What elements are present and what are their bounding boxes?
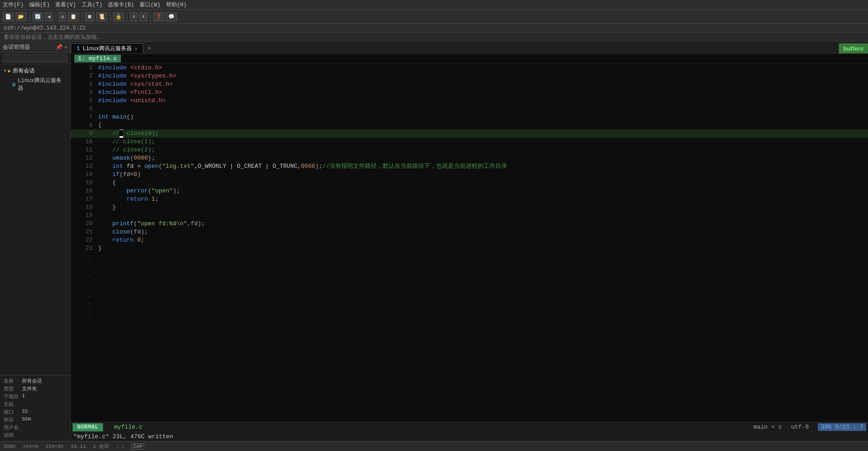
tab-add-button[interactable]: + — [144, 43, 155, 53]
line-number: 21 — [71, 228, 96, 236]
toolbar-new-btn[interactable]: 📄 — [3, 12, 14, 21]
line-number: 14 — [71, 171, 96, 179]
sidebar-title: 会话管理器 — [3, 43, 30, 51]
prop-row-desc: 说明 — [0, 431, 70, 439]
toolbar-chat-btn[interactable]: 💬 — [166, 12, 177, 21]
status-position: 39% 9/23 : 7 — [818, 423, 866, 431]
token: open — [145, 163, 159, 170]
sidebar-item-all-sessions[interactable]: ▼ ▶ 所有会话 — [0, 66, 70, 76]
ssh-address: ssh://wyn@43.143.224.5:22 — [4, 25, 86, 31]
token: return — [112, 237, 134, 244]
token — [98, 187, 126, 194]
line-content: { — [96, 179, 868, 187]
bottom-down-arrow[interactable]: ↓ — [121, 444, 125, 449]
line-number: 6 — [71, 105, 96, 113]
line-content: } — [96, 244, 868, 253]
code-line-17: 17 return 1; — [71, 195, 868, 203]
toolbar-script-btn[interactable]: 📜 — [96, 12, 107, 21]
code-line-1: 1#include <stdio.h> — [71, 64, 868, 72]
toolbar-sep5 — [127, 13, 127, 21]
prop-value-subitem: 1 — [22, 393, 25, 400]
toolbar-sep2 — [56, 13, 56, 21]
menu-help[interactable]: 帮助(H) — [166, 1, 187, 9]
menu-file[interactable]: 文件(F) — [3, 1, 24, 9]
code-line-18: 18 } — [71, 203, 868, 212]
status-bar: NORMAL myfile.c main < c utf-8 39% 9/23 … — [71, 422, 868, 432]
toolbar-upload-btn[interactable]: ⬆ — [130, 12, 138, 21]
menu-view[interactable]: 查看(V) — [55, 1, 76, 9]
sidebar-search-input[interactable] — [3, 54, 68, 62]
sidebar-item-server[interactable]: 🖥 Linux腾讯云服务器 — [0, 76, 70, 93]
tilde-line: ~ — [71, 301, 868, 307]
prop-value-protocol: SSH — [22, 416, 31, 423]
line-number: 1 — [71, 64, 96, 72]
token: #include — [98, 97, 126, 104]
file-name-bar: 1: myfile.c — [71, 54, 868, 64]
code-editor[interactable]: 1#include <stdio.h>2#include <sys/types.… — [71, 64, 868, 422]
token: close — [112, 228, 130, 235]
token — [98, 196, 126, 202]
toolbar-sep1 — [29, 13, 30, 21]
sidebar-tree: ▼ ▶ 所有会话 🖥 Linux腾讯云服务器 — [0, 64, 70, 375]
token: 0000 — [134, 155, 148, 161]
token: // close(2); — [112, 146, 155, 153]
menu-tools[interactable]: 工具(T) — [82, 1, 103, 9]
toolbar-sep4 — [110, 13, 110, 21]
server-icon: 🖥 — [11, 82, 16, 88]
toolbar-reload-btn[interactable]: 🔄 — [32, 12, 43, 21]
folder-icon: ▶ — [8, 68, 11, 74]
token: }; — [148, 155, 155, 161]
token — [98, 155, 112, 161]
bottom-xterm-label: xterm — [23, 444, 38, 449]
tilde-line: ~ — [71, 314, 868, 321]
line-number: 9 — [71, 130, 96, 138]
token: } — [98, 204, 116, 211]
sidebar-icon-group: 📌 ✕ — [56, 44, 68, 51]
sidebar-pin-icon[interactable]: 📌 — [56, 44, 62, 51]
comment-text: // — [112, 130, 120, 137]
status-filename: myfile.c — [114, 424, 142, 430]
toolbar-open-btn[interactable]: 📂 — [16, 12, 26, 21]
toolbar-download-btn[interactable]: ⬇ — [140, 12, 147, 21]
tilde-line: ~ — [71, 266, 868, 273]
token: // close(1); — [112, 138, 155, 145]
token: ,fd); — [187, 220, 205, 227]
line-content: printf("open fd:%d\n",fd); — [96, 220, 868, 228]
code-line-8: 8{ — [71, 121, 868, 130]
toolbar-refresh-btn[interactable]: ↺ — [59, 12, 67, 21]
toolbar-back-btn[interactable]: ◀ — [45, 12, 53, 21]
sidebar-close-icon[interactable]: ✕ — [64, 44, 68, 51]
toolbar-sep3 — [82, 13, 82, 21]
line-number: 20 — [71, 220, 96, 228]
code-body: 1#include <stdio.h>2#include <sys/types.… — [71, 64, 868, 253]
bottom-up-arrow[interactable]: ↑ — [116, 444, 120, 449]
code-line-4: 4#include <fcntl.h> — [71, 88, 868, 97]
toolbar-config-btn[interactable]: 📋 — [68, 12, 79, 21]
toolbar-lock-btn[interactable]: 🔒 — [113, 12, 124, 21]
prop-value-type: 文件夹 — [22, 385, 37, 392]
token: ,O_WRONLY | O_CREAT | O_TRUNC, — [194, 163, 301, 170]
toolbar-sep6 — [150, 13, 151, 21]
main-area: 会话管理器 📌 ✕ ▼ ▶ 所有会话 🖥 Linux腾讯云服务器 名称 所有会话 — [0, 42, 868, 441]
token: { — [98, 122, 102, 129]
token: <sys/types.h> — [130, 73, 176, 79]
line-content: int main() — [96, 113, 868, 121]
toolbar-stop-btn[interactable]: ⏹ — [85, 12, 94, 21]
token: #include — [98, 81, 126, 88]
status-pos-num: 9/23 : 7 — [835, 424, 863, 430]
line-content: { — [96, 121, 868, 130]
tab-close-icon[interactable]: ✕ — [135, 46, 137, 52]
token — [98, 220, 112, 227]
toolbar-help-btn[interactable]: ❓ — [153, 12, 164, 21]
code-line-19: 19 — [71, 212, 868, 220]
menu-edit[interactable]: 编辑(E) — [29, 1, 50, 9]
tab-linux-server[interactable]: 1 Linux腾讯云服务器 ✕ — [71, 43, 143, 53]
code-line-22: 22 return 0; — [71, 236, 868, 244]
menu-window[interactable]: 窗口(W) — [140, 1, 161, 9]
token: 0 — [134, 171, 137, 178]
line-number: 10 — [71, 138, 96, 146]
buffers-button[interactable]: buffers — [839, 43, 868, 53]
tilde-line: ~ — [71, 253, 868, 259]
menu-tabs[interactable]: 选项卡(B) — [108, 1, 134, 9]
token: //没有指明文件路径，默认在当前路径下，也就是当前进程的工作目录 — [322, 163, 508, 170]
